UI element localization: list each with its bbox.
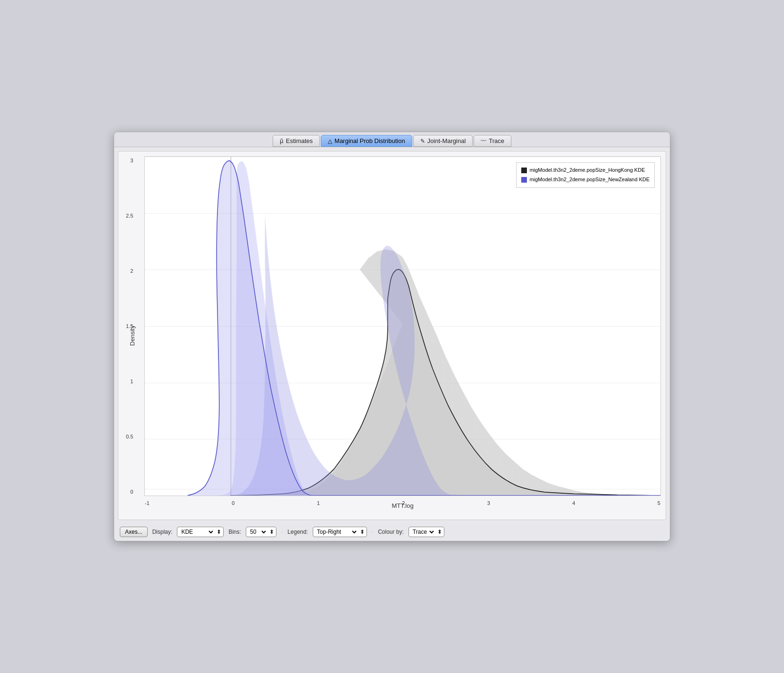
legend: migModel.th3n2_2deme.popSize_HongKong KD… (516, 162, 655, 188)
tab-estimates-label: Estimates (286, 137, 313, 144)
tab-estimates[interactable]: μ̄ Estimates (273, 135, 320, 147)
legend-chevron: ⬍ (360, 529, 365, 535)
tab-bar: μ̄ Estimates △ Marginal Prob Distributio… (114, 132, 670, 147)
chart-container: Density 3 2.5 2 1.5 1 0.5 0 (118, 151, 666, 520)
legend-label-hk: migModel.th3n2_2deme.popSize_HongKong KD… (530, 166, 645, 175)
colour-select-wrapper[interactable]: Trace Chain None ⬍ (409, 527, 444, 537)
main-window: μ̄ Estimates △ Marginal Prob Distributio… (114, 132, 670, 541)
tab-trace-label: Trace (489, 137, 504, 144)
y-tick-1.5: 1.5 (126, 323, 133, 329)
display-chevron: ⬍ (217, 529, 221, 535)
legend-select-wrapper[interactable]: Top-Right Top-Left Bottom-Right Bottom-L… (313, 527, 367, 537)
legend-swatch-nz (521, 177, 527, 183)
tab-joint[interactable]: ✎ Joint-Marginal (413, 135, 473, 147)
colour-chevron: ⬍ (437, 529, 442, 535)
chart-area: 3 2.5 2 1.5 1 0.5 0 -1 0 1 2 3 4 5 (144, 156, 661, 496)
display-label: Display: (152, 529, 173, 535)
x-axis-label: MTT.log (144, 502, 661, 509)
toolbar: Axes... Display: KDE Histogram Both ⬍ Bi… (114, 524, 670, 541)
bins-chevron: ⬍ (269, 529, 274, 535)
legend-item-hk: migModel.th3n2_2deme.popSize_HongKong KD… (521, 166, 650, 175)
bins-label: Bins: (228, 529, 241, 535)
marginal-icon: △ (328, 138, 332, 144)
legend-item-nz: migModel.th3n2_2deme.popSize_NewZealand … (521, 175, 650, 185)
legend-swatch-hk (521, 168, 527, 173)
bins-select-wrapper[interactable]: 10 20 50 100 ⬍ (246, 527, 276, 537)
separator-1: · (281, 529, 283, 535)
trace-icon: 〰 (481, 138, 486, 144)
y-tick-labels: 3 2.5 2 1.5 1 0.5 0 (126, 157, 133, 496)
colour-label: Colour by: (378, 529, 404, 535)
colour-select[interactable]: Trace Chain None (411, 528, 435, 536)
display-select-wrapper[interactable]: KDE Histogram Both ⬍ (177, 527, 224, 537)
separator-2: · (372, 529, 373, 535)
estimates-icon: μ̄ (280, 138, 284, 144)
y-tick-2.5: 2.5 (126, 213, 133, 219)
y-tick-0: 0 (130, 489, 133, 495)
y-tick-3: 3 (130, 158, 133, 163)
legend-label-nz: migModel.th3n2_2deme.popSize_NewZealand … (530, 175, 650, 185)
tab-joint-label: Joint-Marginal (427, 137, 466, 144)
bins-select[interactable]: 10 20 50 100 (248, 528, 267, 536)
kde-chart-svg (145, 157, 660, 496)
axes-button[interactable]: Axes... (120, 527, 148, 537)
y-tick-1: 1 (130, 379, 133, 384)
y-tick-2: 2 (130, 268, 133, 274)
y-tick-0.5: 0.5 (126, 434, 133, 439)
tab-marginal-label: Marginal Prob Distribution (334, 137, 405, 144)
joint-icon: ✎ (420, 138, 425, 144)
display-select[interactable]: KDE Histogram Both (179, 528, 215, 536)
legend-label: Legend: (287, 529, 308, 535)
tab-trace[interactable]: 〰 Trace (474, 135, 511, 147)
tab-marginal[interactable]: △ Marginal Prob Distribution (321, 135, 412, 147)
legend-select[interactable]: Top-Right Top-Left Bottom-Right Bottom-L… (315, 528, 358, 536)
